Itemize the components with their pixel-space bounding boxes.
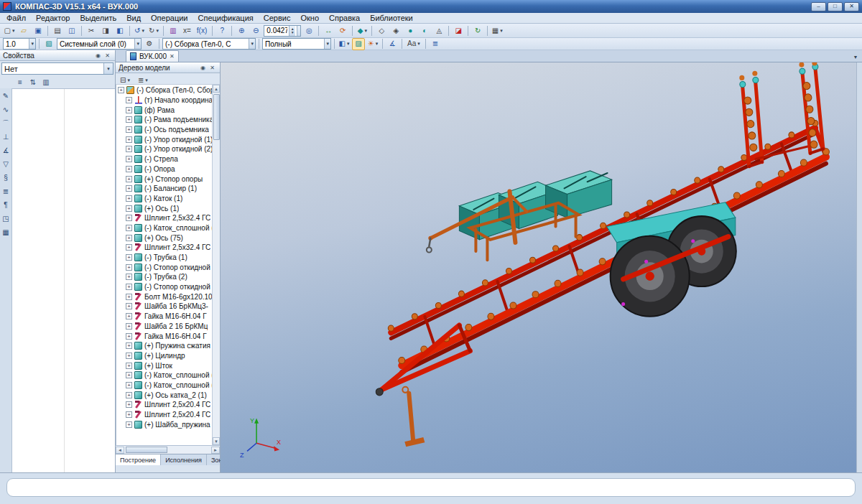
menu-item[interactable]: Вид: [121, 13, 146, 24]
tree-item[interactable]: (-) Упор откидной (2): [116, 144, 212, 154]
expand-icon[interactable]: [126, 392, 132, 398]
expand-icon[interactable]: [126, 166, 132, 172]
undo-button[interactable]: ↺ ▾: [133, 24, 146, 37]
tree-item[interactable]: (-) Опора: [116, 164, 212, 174]
open-button[interactable]: ▱: [17, 24, 30, 37]
tree-item[interactable]: (+) Стопор опоры: [116, 174, 212, 184]
scrollbar-thumb[interactable]: [213, 94, 220, 140]
zoom-out-button[interactable]: ⊖: [249, 24, 262, 37]
spatial-curves-button[interactable]: ∿: [1, 104, 11, 115]
expand-icon[interactable]: [126, 353, 132, 359]
expand-icon[interactable]: [126, 342, 132, 349]
list-view-button[interactable]: ≡: [14, 77, 26, 88]
filters-button[interactable]: ▽: [1, 159, 11, 169]
measure-button[interactable]: ∡: [386, 38, 399, 50]
tree-item[interactable]: (-) Каток_сплошной (: [116, 370, 212, 381]
expand-icon[interactable]: [126, 225, 132, 231]
expand-icon[interactable]: [126, 116, 132, 123]
zoom-scale-combo[interactable]: 0.0427 ▲▼: [264, 25, 301, 37]
tree-item[interactable]: (-) Стрела: [116, 154, 212, 164]
tree-item[interactable]: Гайка М16-6Н.04 Г: [116, 312, 212, 322]
expand-icon[interactable]: [126, 264, 132, 271]
perspective-button[interactable]: ◬: [432, 24, 445, 37]
detail-level-combo[interactable]: Полный ▾: [262, 38, 331, 50]
current-component-combo[interactable]: (-) Сборка (Тел-0, С ▾: [162, 38, 256, 50]
menu-item[interactable]: Библиотеки: [365, 13, 418, 24]
tree-item[interactable]: (ф) Рама: [116, 105, 212, 115]
functions-button[interactable]: f(x): [195, 24, 209, 37]
sort-properties-button[interactable]: ⇅: [27, 77, 39, 88]
cursor-step-combo[interactable]: 1.0 ▾: [3, 38, 36, 50]
minimize-button[interactable]: –: [811, 2, 826, 11]
columns-button[interactable]: ▥: [40, 77, 52, 88]
variables-button[interactable]: x=: [181, 24, 193, 37]
menu-item[interactable]: Редактор: [31, 13, 75, 24]
tree-item[interactable]: (+) Ось (1): [116, 203, 212, 213]
expand-icon[interactable]: [126, 382, 132, 388]
expand-icon[interactable]: [126, 244, 132, 251]
menu-item[interactable]: Выделить: [75, 13, 121, 24]
expand-icon[interactable]: [126, 97, 132, 103]
tree-item[interactable]: (-) Упор откидной (1): [116, 134, 212, 144]
zoom-in-button[interactable]: ⊕: [235, 24, 248, 37]
expand-icon[interactable]: [126, 215, 132, 221]
save-button[interactable]: ▣: [32, 24, 45, 37]
tree-item[interactable]: (+) Пружина сжатия (1: [116, 341, 212, 351]
tree-item[interactable]: Шайба 2 16 БрКМц: [116, 322, 212, 332]
tree-item[interactable]: (-) Стопор откидной (: [116, 262, 212, 272]
document-tab[interactable]: ВУК.000 ✕: [126, 50, 179, 62]
tree-item[interactable]: Шайба 16 БрКМц3-: [116, 302, 212, 312]
shaded-edges-button[interactable]: ◐: [418, 24, 431, 37]
expand-icon[interactable]: [126, 274, 132, 280]
tree-item[interactable]: (-) Ось подъемника: [116, 125, 212, 135]
orientation-button[interactable]: ◆ ▾: [356, 24, 369, 37]
spell-check-button[interactable]: Аа ▾: [405, 38, 422, 50]
expand-icon[interactable]: [126, 195, 132, 202]
tree-item[interactable]: Шплинт 2,5x20.4 ГС: [116, 400, 212, 410]
parameters-button[interactable]: ≣: [429, 38, 442, 50]
properties-filter-combo[interactable]: Нет ▾: [1, 62, 113, 75]
print-button[interactable]: ▤: [51, 24, 64, 37]
scroll-up-icon[interactable]: ▲: [213, 85, 220, 93]
maximize-button[interactable]: □: [828, 2, 843, 11]
expand-icon[interactable]: [126, 421, 132, 428]
tree-item[interactable]: Шплинт 2,5x32.4 ГС: [116, 243, 212, 253]
tree-horizontal-scrollbar[interactable]: ◄ ►: [116, 445, 220, 454]
expand-icon[interactable]: [126, 205, 132, 212]
scroll-left-icon[interactable]: ◄: [116, 447, 124, 454]
expand-icon[interactable]: [126, 363, 132, 369]
tree-item[interactable]: (-) Каток_сплошной (: [116, 223, 212, 233]
expand-icon[interactable]: [126, 156, 132, 162]
expand-icon[interactable]: [126, 411, 132, 418]
expand-icon[interactable]: [126, 254, 132, 261]
menu-item[interactable]: Окно: [295, 13, 324, 24]
macro-elements-button[interactable]: ▦: [1, 227, 11, 238]
rotate-view-button[interactable]: ⟳: [336, 24, 349, 37]
expand-icon[interactable]: [126, 284, 132, 290]
menu-item[interactable]: Сервис: [259, 13, 296, 24]
tree-item[interactable]: (т) Начало координат: [116, 95, 212, 106]
tree-tab[interactable]: Построение: [116, 454, 161, 465]
new-document-button[interactable]: ▢ ▾: [3, 24, 16, 37]
tab-close-icon[interactable]: ✕: [170, 53, 175, 60]
lighting-button[interactable]: ☀ ▾: [366, 38, 379, 50]
tree-item[interactable]: (+) Шайба_пружина (1: [116, 419, 212, 429]
menu-item[interactable]: Спецификация: [193, 13, 259, 24]
expand-icon[interactable]: [126, 107, 132, 113]
layer-settings-button[interactable]: ⚙: [143, 38, 156, 50]
reports-button[interactable]: ≣: [1, 186, 11, 197]
scroll-down-icon[interactable]: ▼: [213, 437, 220, 445]
tree-item[interactable]: (-) Каток_сплошной (: [116, 381, 212, 391]
tree-item[interactable]: (+) Ось катка_2 (1): [116, 390, 212, 400]
expand-icon[interactable]: [126, 294, 132, 300]
redo-button[interactable]: ↻ ▾: [147, 24, 160, 37]
sheet-metal-button[interactable]: ◳: [1, 213, 11, 224]
specification-button[interactable]: §: [1, 172, 11, 183]
scroll-right-icon[interactable]: ►: [211, 447, 220, 454]
zoom-all-button[interactable]: ◎: [302, 24, 315, 37]
menu-item[interactable]: Файл: [1, 13, 31, 24]
expand-icon[interactable]: [126, 136, 132, 143]
tree-item[interactable]: Шплинт 2,5x32.4 ГС: [116, 213, 212, 223]
shaded-button[interactable]: ●: [404, 24, 417, 37]
tree-item[interactable]: Гайка М16-6Н.04 Г: [116, 331, 212, 341]
